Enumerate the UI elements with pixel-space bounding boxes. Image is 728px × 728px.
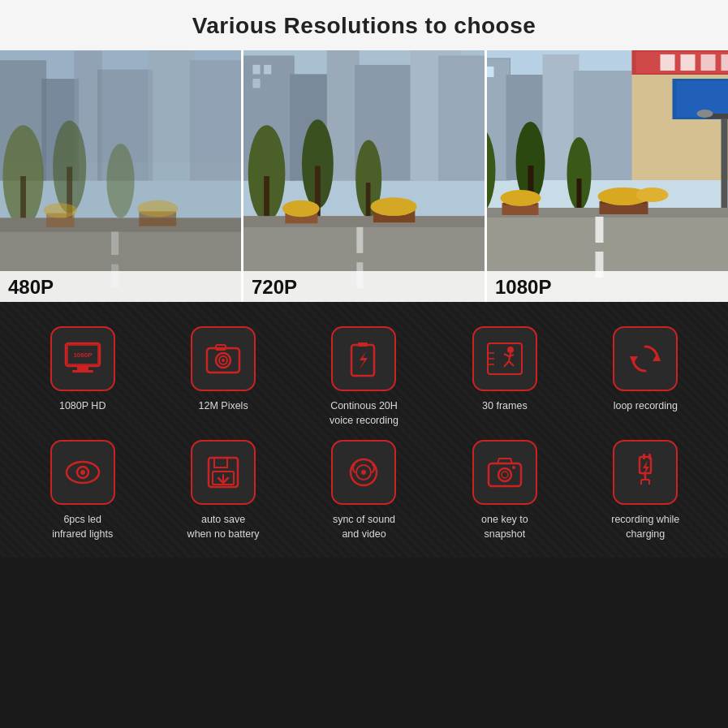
feature-label-pixels: 12M Pixels — [199, 399, 248, 414]
svg-text:1080P: 1080P — [73, 351, 93, 359]
svg-line-108 — [509, 353, 510, 361]
svg-rect-130 — [648, 454, 651, 459]
svg-rect-15 — [111, 232, 118, 256]
feature-icon-autosave — [191, 440, 256, 505]
svg-rect-7 — [190, 60, 241, 181]
panel-1080p: 1080P — [485, 50, 728, 302]
svg-point-117 — [80, 470, 85, 475]
features-grid: 1080P 1080P HD 12M Pixel — [16, 326, 712, 541]
page-title: Various Resolutions to choose — [0, 13, 728, 39]
feature-label-frames: 30 frames — [482, 399, 528, 414]
main-container: Various Resolutions to choose — [0, 0, 728, 558]
sound-sync-icon — [343, 452, 384, 493]
svg-rect-64 — [487, 67, 494, 77]
svg-line-111 — [509, 361, 514, 366]
battery-bolt-icon — [343, 338, 384, 379]
feature-infrared: 6pcs led infrared lights — [16, 440, 149, 541]
feature-icon-frames — [472, 326, 537, 391]
feature-label-sync: sync of sound and video — [333, 513, 395, 541]
eye-icon — [62, 452, 103, 493]
feature-label-voice: Continous 20H voice recording — [330, 399, 398, 428]
svg-point-84 — [501, 190, 541, 206]
runner-icon — [485, 338, 525, 379]
feature-pixels: 12M Pixels — [157, 326, 289, 428]
svg-rect-14 — [0, 218, 241, 231]
svg-point-12 — [106, 144, 134, 218]
feature-sync: sync of sound and video — [298, 440, 430, 541]
feature-icon-charging — [613, 440, 678, 505]
feature-label-autosave: auto save when no battery — [187, 513, 260, 541]
svg-rect-39 — [243, 216, 485, 227]
res-label-720p: 720P — [252, 276, 297, 298]
svg-rect-59 — [722, 54, 729, 71]
svg-rect-29 — [252, 65, 260, 74]
svg-rect-28 — [438, 56, 485, 181]
floppy-save-icon — [203, 452, 243, 493]
svg-marker-102 — [360, 351, 368, 369]
svg-point-125 — [498, 468, 511, 481]
feature-icon-hd1080: 1080P — [50, 326, 115, 391]
feature-frames: 30 frames — [438, 326, 571, 428]
feature-loop: loop recording — [579, 326, 712, 428]
feature-snapshot: one key to snapshot — [438, 440, 571, 541]
svg-rect-58 — [701, 54, 716, 71]
feature-hd1080: 1080P 1080P HD — [16, 326, 149, 428]
feature-label-charging: recording while charging — [611, 513, 679, 541]
plug-bolt-icon — [625, 452, 666, 493]
loop-arrows-icon — [625, 338, 666, 379]
svg-rect-119 — [214, 458, 227, 467]
feature-label-snapshot: one key to snapshot — [481, 513, 528, 541]
res-label-1080p: 1080P — [495, 276, 551, 298]
scene-1080p — [487, 50, 728, 302]
svg-rect-57 — [681, 54, 696, 71]
panel-480p: 480P — [0, 50, 241, 302]
svg-rect-6 — [149, 50, 195, 181]
res-badge-480p: 480P — [0, 271, 241, 302]
feature-autosave: auto save when no battery — [157, 440, 289, 541]
svg-rect-40 — [356, 227, 363, 253]
svg-rect-129 — [643, 454, 645, 459]
feature-label-hd1080: 1080P HD — [59, 399, 106, 414]
panel-720p: 720P — [241, 50, 485, 302]
top-section: Various Resolutions to choose — [0, 0, 728, 302]
feature-icon-loop — [613, 326, 678, 391]
res-badge-1080p: 1080P — [487, 271, 728, 302]
svg-point-71 — [697, 110, 713, 118]
svg-point-126 — [502, 472, 508, 478]
feature-icon-infrared — [50, 440, 115, 505]
svg-rect-91 — [77, 366, 88, 370]
feature-voice: Continous 20H voice recording — [298, 326, 430, 428]
svg-rect-56 — [661, 54, 675, 71]
svg-point-107 — [507, 347, 514, 353]
svg-point-45 — [370, 197, 416, 216]
scene-720p — [243, 50, 485, 302]
svg-point-88 — [636, 187, 669, 202]
camera-snapshot-icon — [485, 452, 525, 493]
svg-line-110 — [504, 361, 509, 367]
svg-rect-101 — [358, 342, 368, 347]
feature-icon-voice — [331, 326, 396, 391]
res-label-480p: 480P — [8, 276, 54, 298]
features-section: 1080P 1080P HD 12M Pixel — [0, 302, 728, 558]
svg-rect-92 — [72, 370, 93, 373]
svg-rect-30 — [264, 65, 271, 74]
feature-icon-sync — [331, 440, 396, 505]
feature-icon-snapshot — [472, 440, 537, 505]
feature-charging: recording while charging — [579, 440, 712, 541]
svg-rect-124 — [489, 463, 521, 486]
svg-line-109 — [504, 354, 509, 356]
svg-point-18 — [44, 203, 77, 218]
resolution-comparison: 480P — [0, 50, 728, 302]
svg-point-127 — [512, 466, 515, 469]
svg-point-43 — [282, 200, 320, 218]
feature-label-loop: loop recording — [614, 399, 678, 414]
res-badge-720p: 720P — [243, 271, 485, 302]
svg-rect-80 — [596, 217, 604, 243]
monitor-hd-icon: 1080P — [62, 338, 103, 379]
svg-point-99 — [222, 359, 225, 362]
svg-point-20 — [137, 200, 178, 218]
svg-point-123 — [361, 470, 366, 475]
feature-label-infrared: 6pcs led infrared lights — [52, 513, 113, 541]
camera-lens-icon — [203, 338, 243, 379]
svg-rect-31 — [252, 79, 260, 88]
